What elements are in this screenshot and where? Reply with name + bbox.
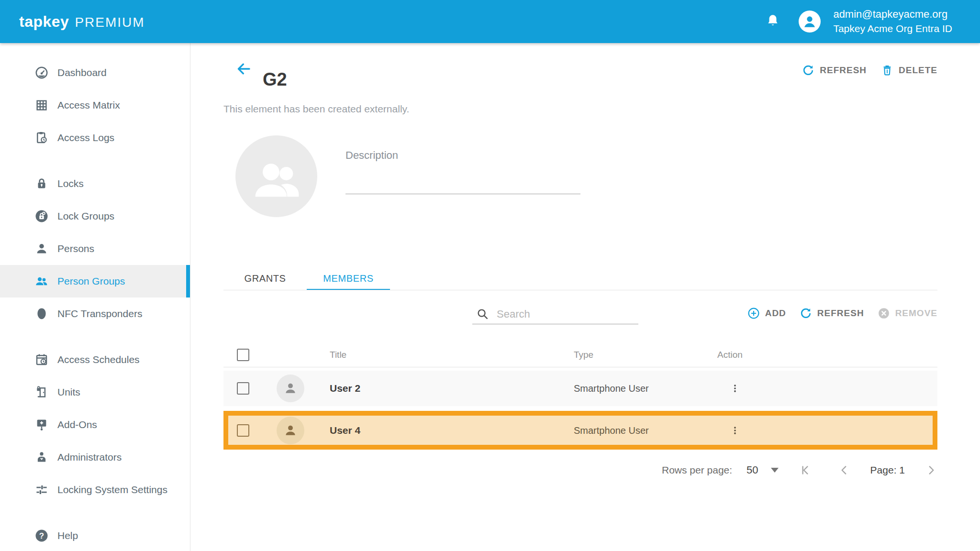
refresh-button-label: REFRESH (820, 65, 867, 76)
dashboard-icon (34, 66, 49, 80)
sidebar-item-label: Dashboard (57, 67, 107, 78)
sidebar-item-person-groups[interactable]: Person Groups (0, 265, 190, 298)
refresh-members-button[interactable]: REFRESH (800, 307, 864, 320)
search-icon (476, 308, 489, 320)
row-more-vert-icon[interactable] (729, 423, 741, 438)
member-avatar (277, 375, 304, 402)
row-checkbox[interactable] (237, 424, 249, 437)
row-checkbox[interactable] (237, 382, 249, 395)
members-search (472, 304, 638, 324)
person-icon (283, 423, 298, 438)
page-actions: REFRESH DELETE (802, 64, 937, 77)
table-row-user-2[interactable]: User 2 Smartphone User (223, 371, 937, 406)
sidebar-item-label: NFC Transponders (57, 308, 142, 320)
topbar: tapkey PREMIUM admin@tapkeyacme.org Tapk… (0, 0, 980, 43)
logo-wordmark: tapkey (19, 13, 69, 31)
select-all-checkbox[interactable] (237, 349, 249, 361)
sidebar-item-persons[interactable]: Persons (0, 232, 190, 265)
main-content: G2 REFRESH DELETE This element has been … (191, 43, 980, 551)
remove-circle-icon (878, 307, 890, 320)
nfc-transponder-icon (34, 307, 49, 321)
account-email: admin@tapkeyacme.org (833, 7, 952, 22)
sidebar-item-lock-groups[interactable]: Lock Groups (0, 200, 190, 232)
units-icon (34, 385, 49, 399)
remove-button-label: REMOVE (895, 308, 937, 319)
member-avatar (277, 417, 304, 444)
page-number-label: Page: 1 (870, 464, 905, 476)
page-title: G2 (263, 69, 287, 90)
add-member-button[interactable]: ADD (747, 307, 786, 320)
group-avatar-placeholder (235, 135, 317, 217)
sidebar-item-locking-system-settings[interactable]: Locking System Settings (0, 474, 190, 506)
add-ons-icon (34, 418, 49, 432)
account-info[interactable]: admin@tapkeyacme.org Tapkey Acme Org Ent… (833, 7, 952, 36)
access-schedules-icon (34, 353, 49, 367)
help-icon: ? (34, 529, 49, 543)
delete-button[interactable]: DELETE (881, 64, 937, 77)
next-page-icon[interactable] (925, 464, 937, 476)
member-title: User 4 (330, 425, 360, 436)
external-element-notice: This element has been created externally… (223, 103, 409, 115)
sidebar-item-label: Add-Ons (57, 419, 97, 430)
sidebar-item-label: Locks (57, 178, 84, 189)
account-organization: Tapkey Acme Org Entra ID (833, 22, 952, 36)
account-avatar[interactable] (799, 11, 821, 33)
back-arrow-icon[interactable] (235, 60, 252, 77)
sidebar-item-nfc-transponders[interactable]: NFC Transponders (0, 298, 190, 330)
refresh-icon (800, 307, 812, 320)
notifications-bell-icon[interactable] (765, 13, 780, 30)
first-page-icon[interactable] (799, 464, 811, 476)
logo-premium-label: PREMIUM (75, 15, 145, 30)
sidebar-item-help[interactable]: ? Help (0, 519, 190, 551)
add-button-label: ADD (765, 308, 786, 319)
sidebar-item-label: Access Matrix (57, 99, 120, 111)
table-header-divider (223, 367, 937, 367)
sidebar-item-label: Access Schedules (57, 354, 140, 365)
sidebar-item-label: Lock Groups (57, 210, 114, 222)
previous-page-icon[interactable] (838, 464, 850, 476)
members-table-header: Title Type Action (223, 343, 937, 366)
column-header-action: Action (717, 350, 743, 360)
tapkey-logo: tapkey PREMIUM (19, 13, 145, 31)
rows-per-page-value[interactable]: 50 (746, 464, 758, 476)
sidebar-item-access-schedules[interactable]: Access Schedules (0, 343, 190, 376)
rows-per-page-dropdown-icon[interactable] (771, 468, 779, 473)
locking-system-settings-icon (34, 483, 49, 497)
sidebar-item-access-matrix[interactable]: Access Matrix (0, 89, 190, 121)
description-input[interactable] (345, 177, 580, 194)
access-logs-icon (34, 131, 49, 145)
sidebar-item-label: Locking System Settings (57, 484, 167, 496)
description-label: Description (345, 149, 398, 162)
tab-grants[interactable]: GRANTS (223, 267, 307, 290)
remove-member-button[interactable]: REMOVE (878, 307, 937, 320)
person-icon (283, 381, 298, 396)
access-matrix-icon (34, 98, 49, 112)
group-icon (249, 152, 304, 208)
refresh-button[interactable]: REFRESH (802, 64, 867, 77)
sidebar-item-label: Persons (57, 243, 94, 254)
svg-text:?: ? (39, 531, 44, 540)
tab-members[interactable]: MEMBERS (307, 267, 390, 290)
member-title: User 2 (330, 383, 360, 394)
tabs-divider (223, 290, 937, 290)
sidebar-item-units[interactable]: Units (0, 376, 190, 408)
administrators-icon (34, 450, 49, 464)
sidebar-item-locks[interactable]: Locks (0, 167, 190, 200)
search-input[interactable] (496, 308, 638, 321)
sidebar-item-dashboard[interactable]: Dashboard (0, 56, 190, 89)
sidebar-item-access-logs[interactable]: Access Logs (0, 121, 190, 154)
sidebar-item-administrators[interactable]: Administrators (0, 441, 190, 474)
sidebar-item-add-ons[interactable]: Add-Ons (0, 408, 190, 441)
member-type: Smartphone User (574, 383, 649, 394)
column-header-type: Type (574, 350, 593, 360)
row-more-vert-icon[interactable] (729, 381, 741, 396)
detail-tabs: GRANTS MEMBERS (223, 267, 390, 290)
app-root: tapkey PREMIUM admin@tapkeyacme.org Tapk… (0, 0, 980, 551)
refresh-icon (802, 64, 814, 77)
add-circle-icon (747, 307, 760, 320)
member-type: Smartphone User (574, 425, 649, 436)
table-row-user-4-highlighted[interactable]: User 4 Smartphone User (223, 411, 937, 450)
person-groups-icon (34, 274, 49, 288)
refresh-members-label: REFRESH (817, 308, 864, 319)
members-toolbar: ADD REFRESH REMOVE (747, 307, 937, 320)
